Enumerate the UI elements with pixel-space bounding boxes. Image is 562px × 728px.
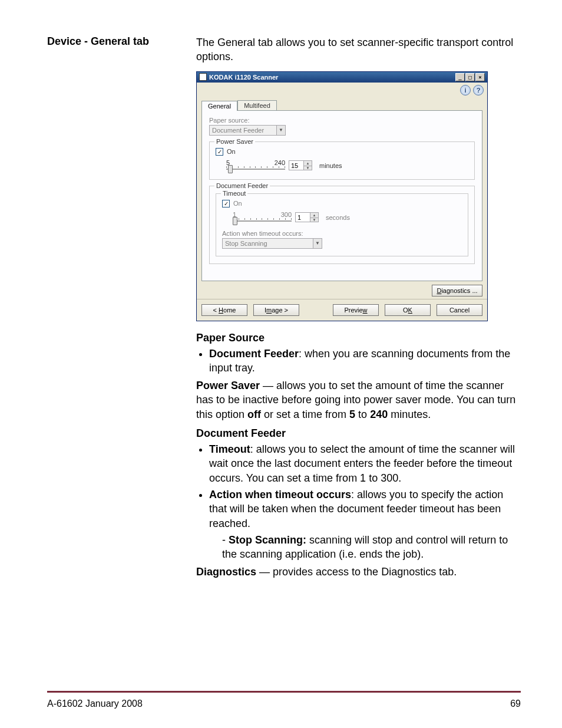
tabstrip: GeneralMultifeed: [197, 97, 487, 110]
tab-general[interactable]: General: [201, 101, 237, 111]
paper-source-heading: Paper Source: [196, 332, 520, 344]
window-title: KODAK i1120 Scanner: [209, 74, 278, 81]
info-icon[interactable]: i: [460, 85, 471, 95]
document-feeder-group: Document Feeder Timeout ✓ On 1 300: [209, 186, 475, 264]
titlebar: KODAK i1120 Scanner _ □ ×: [197, 72, 487, 83]
timeout-group-title: Timeout: [221, 190, 247, 197]
power-saver-para: Power Saver — allows you to set the amou…: [196, 378, 520, 421]
spin-up-icon: ▲: [304, 160, 312, 166]
chevron-down-icon: ▼: [276, 126, 285, 135]
window-maximize-button[interactable]: □: [465, 73, 475, 81]
timeout-on-checkbox[interactable]: ✓ On: [222, 200, 462, 207]
chevron-down-icon: ▼: [313, 239, 322, 248]
slider-thumb-icon: [228, 165, 233, 173]
power-slider-max: 240: [275, 159, 285, 166]
footer-rule: [47, 691, 521, 693]
scanner-dialog: KODAK i1120 Scanner _ □ × i ? GeneralMul…: [196, 71, 488, 321]
diagnostics-para: Diagnostics — provides access to the Dia…: [196, 565, 520, 579]
power-saver-unit: minutes: [319, 162, 342, 169]
power-saver-value: 15: [289, 160, 304, 170]
timeout-on-label: On: [233, 200, 242, 207]
doc-feeder-heading: Document Feeder: [196, 427, 520, 440]
slider-thumb-icon: [233, 217, 237, 225]
window-minimize-button[interactable]: _: [455, 73, 465, 81]
timeout-value: 1: [295, 212, 310, 222]
timeout-slider[interactable]: [233, 218, 292, 224]
timeout-unit: seconds: [326, 214, 350, 221]
checkbox-icon: ✓: [222, 200, 230, 207]
timeout-slider-max: 300: [281, 211, 292, 218]
action-bullet: Action when timeout occurs: allows you t…: [209, 487, 520, 561]
help-icon[interactable]: ?: [473, 85, 484, 95]
intro-text: The General tab allows you to set scanne…: [196, 35, 520, 64]
paper-source-combo[interactable]: Document Feeder ▼: [209, 125, 286, 136]
stop-scanning-subbullet: Stop Scanning: scanning will stop and co…: [222, 533, 520, 562]
footer-left: A-61602 January 2008: [47, 699, 143, 709]
action-label: Action when timeout occurs:: [222, 230, 462, 237]
paper-source-bullet: Document Feeder: when you are scanning d…: [209, 347, 520, 375]
page-footer: A-61602 January 2008 69: [47, 699, 521, 709]
ok-button[interactable]: OK: [385, 304, 431, 316]
power-saver-on-label: On: [227, 148, 236, 155]
button-row: < Home Image > Preview OK Cancel: [197, 299, 487, 321]
home-button[interactable]: < Home: [201, 304, 247, 316]
timeout-spin[interactable]: 1 ▲ ▼: [295, 212, 319, 222]
paper-source-value: Document Feeder: [210, 127, 276, 134]
paper-source-label: Paper source:: [209, 117, 475, 124]
cancel-button[interactable]: Cancel: [437, 304, 482, 316]
image-button[interactable]: Image >: [253, 304, 299, 316]
power-saver-slider[interactable]: [226, 166, 285, 172]
power-saver-group: Power Saver ✓ On 5 240: [209, 141, 475, 180]
action-combo[interactable]: Stop Scanning ▼: [222, 238, 322, 249]
document-feeder-group-title: Document Feeder: [214, 182, 270, 189]
action-value: Stop Scanning: [223, 240, 313, 247]
power-saver-on-checkbox[interactable]: ✓ On: [216, 148, 468, 156]
spin-down-icon: ▼: [310, 218, 319, 223]
page-number: 69: [510, 699, 521, 709]
power-saver-spin[interactable]: 15 ▲ ▼: [289, 160, 312, 170]
tab-multifeed[interactable]: Multifeed: [237, 100, 277, 110]
timeout-group: Timeout ✓ On 1 300: [216, 193, 468, 256]
checkbox-icon: ✓: [216, 148, 223, 156]
window-close-button[interactable]: ×: [475, 73, 485, 81]
timeout-bullet: Timeout: allows you to select the amount…: [209, 442, 520, 485]
spin-down-icon: ▼: [304, 166, 312, 171]
section-heading: Device - General tab: [47, 35, 180, 48]
power-saver-group-title: Power Saver: [214, 138, 255, 145]
diagnostics-button[interactable]: Diagnostics ...: [432, 285, 482, 297]
window-app-icon: [199, 73, 207, 81]
spin-up-icon: ▲: [310, 212, 319, 218]
preview-button[interactable]: Preview: [333, 304, 379, 316]
general-panel: Paper source: Document Feeder ▼ Power Sa…: [201, 110, 482, 281]
